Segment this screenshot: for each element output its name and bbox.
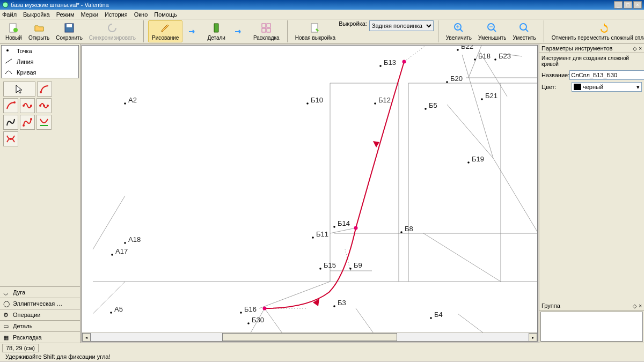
- tool-path-1[interactable]: [3, 115, 18, 130]
- svg-point-80: [494, 58, 496, 61]
- scroll-right-button[interactable]: ▸: [529, 333, 537, 342]
- tool-intersect-2[interactable]: [3, 131, 18, 146]
- sync-button[interactable]: Синхронизировать: [86, 20, 139, 42]
- svg-point-75: [467, 161, 470, 164]
- save-icon: [63, 22, 75, 34]
- svg-line-42: [493, 158, 538, 233]
- right-panel: Параметры инструментов ◇ × Инструмент дл…: [539, 44, 644, 343]
- group-undock-icon[interactable]: ◇ ×: [633, 303, 642, 309]
- arc-icon: ◡: [3, 289, 11, 295]
- svg-point-72: [425, 108, 427, 110]
- new-icon: [8, 22, 19, 34]
- tool-palette: [1, 79, 55, 149]
- maximize-button[interactable]: □: [624, 1, 632, 9]
- drawing-canvas[interactable]: А2А17А18А5Б10Б11Б12Б13Б14Б15Б16Б3Б30Б9Б5…: [82, 45, 538, 342]
- svg-point-78: [457, 49, 459, 51]
- group-list[interactable]: [540, 312, 643, 342]
- app-icon: [2, 2, 9, 8]
- tool-subtitle: Инструмент для создания сложной кривой: [541, 55, 642, 67]
- svg-rect-6: [267, 24, 270, 27]
- window-title: база мужские штаны.val* - Valentina: [11, 2, 613, 8]
- svg-point-23: [30, 118, 32, 120]
- geom-curve[interactable]: Кривая: [2, 67, 78, 78]
- svg-point-18: [30, 105, 32, 107]
- svg-rect-5: [262, 24, 266, 27]
- pattern-svg: [82, 46, 538, 342]
- tool-curve-2[interactable]: [3, 98, 18, 113]
- svg-line-47: [469, 46, 481, 78]
- svg-line-40: [423, 233, 501, 282]
- menu-mode[interactable]: Режим: [56, 11, 75, 18]
- layout-mode-button[interactable]: Раскладка: [250, 20, 283, 42]
- details-mode-button[interactable]: Детали: [204, 20, 228, 42]
- tool-spline-2[interactable]: [36, 98, 52, 113]
- layout-icon: [260, 22, 272, 34]
- tool-intersect-1[interactable]: [36, 115, 52, 130]
- nav-detail[interactable]: ▭Деталь: [0, 320, 80, 331]
- svg-line-33: [93, 196, 125, 249]
- name-input[interactable]: [569, 70, 644, 80]
- menu-history[interactable]: История: [105, 11, 128, 18]
- menu-measures[interactable]: Мерки: [81, 11, 98, 18]
- scroll-left-button[interactable]: ◂: [82, 333, 91, 342]
- new-pattern-icon: [309, 22, 321, 34]
- color-select[interactable]: чёрный ▾: [572, 82, 642, 92]
- undo-icon: [596, 22, 608, 34]
- svg-point-13: [6, 49, 9, 51]
- svg-point-66: [333, 226, 335, 228]
- svg-point-22: [23, 124, 25, 127]
- svg-point-16: [13, 101, 16, 104]
- pattern-select[interactable]: Задняя половинка: [369, 20, 434, 31]
- pencil-icon: [159, 22, 171, 34]
- line-icon: [5, 58, 13, 65]
- geom-line[interactable]: Линия: [2, 56, 78, 67]
- open-icon: [33, 22, 45, 34]
- scroll-thumb[interactable]: [222, 333, 397, 341]
- svg-point-19: [39, 105, 41, 107]
- geom-point[interactable]: Точка: [2, 46, 78, 56]
- svg-point-21: [47, 105, 49, 107]
- menu-pattern[interactable]: Выкройка: [23, 11, 50, 18]
- undo-button[interactable]: Отменить переместить сложный сплайн: [548, 20, 644, 42]
- status-coords: 78, 29 (см): [2, 344, 39, 352]
- tool-path-2[interactable]: [20, 115, 35, 130]
- pattern-label: Выкройка:: [339, 20, 367, 42]
- zoom-in-button[interactable]: Увеличить: [443, 20, 475, 42]
- save-button[interactable]: Сохранить: [53, 20, 86, 42]
- status-hint: Удерживайте Shift для фиксации угла!: [2, 353, 114, 360]
- menu-help[interactable]: Помощь: [154, 11, 177, 18]
- tool-spline-1[interactable]: [20, 98, 35, 113]
- point-icon: [5, 48, 13, 54]
- new-pattern-button[interactable]: Новая выкройка: [292, 20, 339, 42]
- nav-ops[interactable]: ⚙Операции: [0, 309, 80, 320]
- nav-layout[interactable]: ▦Раскладка: [0, 331, 80, 343]
- svg-line-35: [259, 282, 330, 308]
- color-swatch: [574, 84, 581, 90]
- svg-point-64: [374, 102, 376, 105]
- zoom-out-button[interactable]: Уменьшить: [475, 20, 509, 42]
- arrow-icon-2: [229, 20, 250, 42]
- arrow-icon-1: [182, 20, 204, 42]
- menu-window[interactable]: Окно: [134, 11, 148, 18]
- name-label: Название:: [541, 72, 569, 78]
- draw-mode-button[interactable]: Рисование: [148, 20, 182, 42]
- close-button[interactable]: ×: [633, 1, 642, 9]
- minimize-button[interactable]: _: [614, 1, 623, 9]
- main-toolbar: Новый Открыть Сохранить Синхронизировать…: [0, 19, 644, 44]
- zoom-fit-button[interactable]: Уместить: [510, 20, 539, 42]
- new-button[interactable]: Новый: [2, 20, 25, 42]
- tool-curve-1[interactable]: [37, 82, 52, 97]
- open-button[interactable]: Открыть: [25, 20, 53, 42]
- svg-point-71: [349, 268, 352, 270]
- panel-undock-icon[interactable]: ◇ ×: [633, 46, 642, 51]
- nav-arc[interactable]: ◡Дуга: [0, 286, 80, 298]
- menu-file[interactable]: Файл: [2, 11, 17, 18]
- tool-pointer[interactable]: [3, 82, 35, 97]
- scroll-track[interactable]: [91, 333, 529, 341]
- horizontal-scrollbar[interactable]: ◂ ▸: [82, 333, 537, 341]
- svg-point-73: [400, 231, 402, 233]
- nav-ellipse[interactable]: ◯Эллиптическая …: [0, 298, 80, 309]
- svg-point-62: [306, 102, 309, 105]
- svg-point-58: [124, 102, 126, 105]
- svg-line-45: [501, 54, 522, 56]
